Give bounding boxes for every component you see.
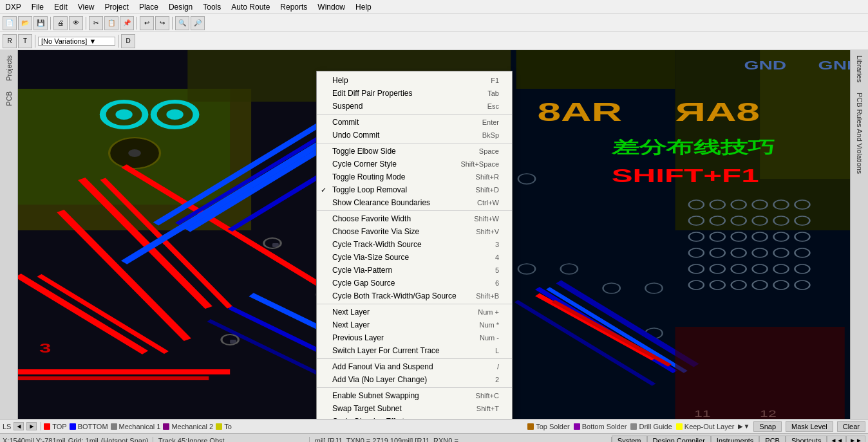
menu-previous-layer[interactable]: Previous Layer Num - (317, 331, 512, 344)
menu-tools[interactable]: Tools (198, 1, 226, 13)
right-tab-libraries[interactable]: Libraries (853, 50, 866, 87)
mech2-layer-label[interactable]: Mechanical 2 (171, 423, 213, 430)
toolbar-btn-design-rules[interactable]: D (121, 34, 135, 48)
menu-cycle-via-pattern[interactable]: Cycle Via-Pattern 5 (317, 264, 512, 277)
menu-commit[interactable]: Commit Enter (317, 116, 512, 129)
layer-chip-drill-guide: Drill Guide (630, 423, 672, 430)
menu-toggle-routing-mode[interactable]: Toggle Routing Mode Shift+R (317, 170, 512, 183)
menu-undo-commit[interactable]: Undo Commit BkSp (317, 129, 512, 142)
menu-group-1: Help F1 Edit Diff Pair Properties Tab Su… (317, 73, 512, 115)
drill-guide-label[interactable]: Drill Guide (639, 423, 672, 430)
menu-cycle-corner[interactable]: Cycle Corner Style Shift+Space (317, 158, 512, 170)
toolbar-main: 📄 📂 💾 🖨 👁 ✂ 📋 📌 ↩ ↪ 🔍 🔎 (0, 14, 868, 32)
tab-pcb[interactable]: PCB (759, 436, 786, 443)
layer-chip-top-solder: Top Solder (527, 423, 570, 430)
main-layout: Projects PCB (0, 50, 868, 419)
snap-btn[interactable]: Snap (753, 421, 782, 432)
menu-autoroute[interactable]: Auto Route (226, 1, 275, 13)
status-bar: LS ◄ ► TOP BOTTOM Mechanical 1 Mechanica… (0, 419, 868, 433)
menu-file[interactable]: File (26, 1, 49, 13)
menu-next-layer-star[interactable]: Next Layer Num * (317, 318, 512, 331)
track-info: Track 45:Ignore Obst (153, 437, 310, 443)
menu-add-via-no-layer[interactable]: Add Via (No Layer Change) 2 (317, 373, 512, 386)
toolbar-sep-1 (50, 17, 51, 30)
tab-system[interactable]: System (612, 436, 647, 443)
menu-help[interactable]: Help (350, 1, 377, 13)
menu-add-fanout-via[interactable]: Add Fanout Via and Suspend / (317, 360, 512, 373)
menu-cycle-track-width[interactable]: Cycle Track-Width Source 3 (317, 238, 512, 251)
menu-help[interactable]: Help F1 (317, 74, 512, 87)
toolbar-btn-paste[interactable]: 📌 (120, 16, 134, 30)
menu-cycle-glossing[interactable]: Cycle Glossing Effort Shift+Ctrl+G (317, 415, 512, 419)
toolbar-btn-cut[interactable]: ✂ (89, 16, 103, 30)
menu-switch-layer-trace[interactable]: Switch Layer For Current Trace L (317, 344, 512, 357)
menu-design[interactable]: Design (164, 1, 198, 13)
layer-chip-top: TOP (44, 423, 66, 430)
menu-swap-target-subnet[interactable]: Swap Target Subnet Shift+T (317, 402, 512, 415)
toolbar-btn-open[interactable]: 📂 (18, 16, 32, 30)
tab-instruments[interactable]: Instruments (711, 436, 759, 443)
bottom-layer-label[interactable]: BOTTOM (78, 423, 108, 430)
to-layer-label[interactable]: To (224, 423, 232, 430)
toolbar-btn-zoom-out[interactable]: 🔎 (191, 16, 205, 30)
right-panel: Libraries PCB Rules And Violations (850, 50, 868, 419)
toolbar-btn-preview[interactable]: 👁 (69, 16, 83, 30)
toolbar-btn-copy[interactable]: 📋 (104, 16, 118, 30)
toolbar-btn-zoom-in[interactable]: 🔍 (175, 16, 189, 30)
mech2-layer-dot (163, 423, 169, 430)
menu-view[interactable]: View (73, 1, 100, 13)
toolbar-btn-save[interactable]: 💾 (33, 16, 48, 30)
bottom-tabs: System Design Compiler Instruments PCB S… (612, 436, 865, 443)
panel-collapse-btn[interactable]: ►► (846, 436, 865, 443)
layer-next-btn[interactable]: ► (26, 422, 37, 430)
menu-edit[interactable]: Edit (49, 1, 73, 13)
layer-prev-btn[interactable]: ◄ (14, 422, 24, 430)
menu-reports[interactable]: Reports (275, 1, 312, 13)
panel-expand-btn[interactable]: ◄◄ (827, 436, 846, 443)
left-tab-projects[interactable]: Projects (3, 50, 15, 86)
left-tab-pcb[interactable]: PCB (3, 86, 15, 111)
menu-enable-subnet-swap[interactable]: Enable Subnet Swapping Shift+C (317, 389, 512, 402)
menu-window[interactable]: Window (312, 1, 350, 13)
menu-choose-fav-via[interactable]: Choose Favorite Via Size Shift+V (317, 225, 512, 238)
tab-design-compiler[interactable]: Design Compiler (647, 436, 711, 443)
coord-text: X:1540mil Y:-781mil (3, 437, 66, 443)
toolbar-btn-print[interactable]: 🖨 (53, 16, 68, 30)
menu-toggle-loop-removal[interactable]: Toggle Loop Removal Shift+D (317, 183, 512, 196)
menu-next-layer-plus[interactable]: Next Layer Num + (317, 306, 512, 318)
menu-cycle-via-size[interactable]: Cycle Via-Size Source 4 (317, 251, 512, 264)
menu-project[interactable]: Project (100, 1, 134, 13)
menu-group-4: Choose Favorite Width Shift+W Choose Fav… (317, 211, 512, 304)
toolbar-btn-new[interactable]: 📄 (3, 16, 17, 30)
pcb-canvas-area[interactable]: 3 GND GND 8AR 8AR 差分布线技巧 SHIFT+F1 (18, 50, 850, 419)
clear-btn[interactable]: Clear (837, 421, 865, 432)
menu-edit-diff-pair[interactable]: Edit Diff Pair Properties Tab (317, 87, 512, 100)
toolbar-btn-track[interactable]: T (18, 34, 32, 48)
menu-group-5: Next Layer Num + Next Layer Num * Previo… (317, 304, 512, 359)
menu-suspend[interactable]: Suspend Esc (317, 100, 512, 113)
no-variations-dropdown[interactable]: [No Variations] ▼ (38, 37, 115, 46)
bottom-solder-label[interactable]: Bottom Solder (582, 423, 627, 430)
menu-dxp[interactable]: DXP (0, 1, 26, 13)
svg-text:GND: GND (818, 59, 850, 72)
menu-choose-fav-width[interactable]: Choose Favorite Width Shift+W (317, 212, 512, 225)
mech1-layer-label[interactable]: Mechanical 1 (119, 423, 161, 430)
snap-text: (Hotspot Snap) (101, 437, 149, 443)
mask-level-btn[interactable]: Mask Level (786, 421, 833, 432)
svg-text:GND: GND (744, 59, 786, 72)
menu-toggle-elbow[interactable]: Toggle Elbow Side Space (317, 145, 512, 158)
menu-cycle-both-source[interactable]: Cycle Both Track-Width/Gap Source Shift+… (317, 290, 512, 302)
menu-show-clearance[interactable]: Show Clearance Boundaries Ctrl+W (317, 196, 512, 209)
top-layer-dot (44, 423, 50, 430)
top-layer-label[interactable]: TOP (52, 423, 66, 430)
keepout-label[interactable]: Keep-Out Layer (684, 423, 735, 430)
right-tab-pcb-rules[interactable]: PCB Rules And Violations (853, 87, 866, 179)
toolbar-btn-undo[interactable]: ↩ (140, 16, 154, 30)
menu-cycle-gap-source[interactable]: Cycle Gap Source 6 (317, 277, 512, 290)
toolbar-btn-redo[interactable]: ↪ (155, 16, 169, 30)
toolbar-btn-route[interactable]: R (3, 34, 17, 48)
tab-shortcuts[interactable]: Shortcuts (786, 436, 827, 443)
top-solder-label[interactable]: Top Solder (536, 423, 570, 430)
menu-place[interactable]: Place (134, 1, 164, 13)
net-info: mil] [RJ1_TXN0 = 2719.109mil] [RJ1_RXN0 … (310, 437, 612, 443)
